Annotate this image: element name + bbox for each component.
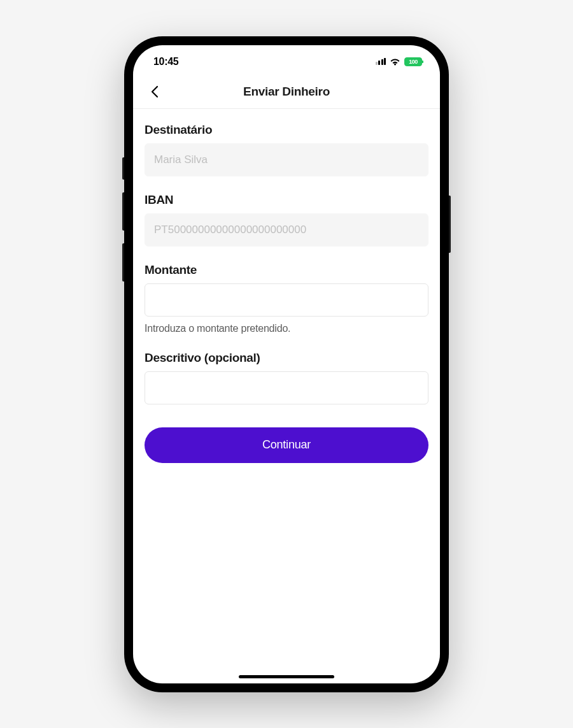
back-button[interactable] <box>145 82 165 102</box>
status-time: 10:45 <box>153 56 178 68</box>
battery-icon: 100 <box>404 57 422 66</box>
wifi-icon <box>390 58 400 66</box>
recipient-label: Destinatário <box>145 123 428 137</box>
page-title: Enviar Dinheiro <box>133 85 440 99</box>
description-label: Descritivo (opcional) <box>145 351 428 365</box>
chevron-left-icon <box>151 85 159 98</box>
amount-helper: Introduza o montante pretendido. <box>145 323 428 334</box>
status-bar: 10:45 100 <box>133 48 440 76</box>
battery-level: 100 <box>409 59 418 65</box>
cellular-signal-icon <box>376 58 386 65</box>
recipient-input <box>145 143 428 176</box>
description-input[interactable] <box>145 371 428 404</box>
amount-group: Montante Introduza o montante pretendido… <box>145 263 428 334</box>
phone-frame: 10:45 100 <box>124 36 449 692</box>
recipient-group: Destinatário <box>145 123 428 176</box>
iban-label: IBAN <box>145 193 428 207</box>
status-icons: 100 <box>376 57 423 66</box>
nav-header: Enviar Dinheiro <box>133 76 440 109</box>
iban-input <box>145 213 428 246</box>
amount-input[interactable] <box>145 283 428 317</box>
iban-group: IBAN <box>145 193 428 246</box>
amount-label: Montante <box>145 263 428 277</box>
home-indicator[interactable] <box>239 675 334 678</box>
phone-screen: 10:45 100 <box>133 45 440 683</box>
form-content: Destinatário IBAN Montante Introduza o m… <box>133 109 440 683</box>
continue-button[interactable]: Continuar <box>145 427 428 463</box>
description-group: Descritivo (opcional) <box>145 351 428 404</box>
